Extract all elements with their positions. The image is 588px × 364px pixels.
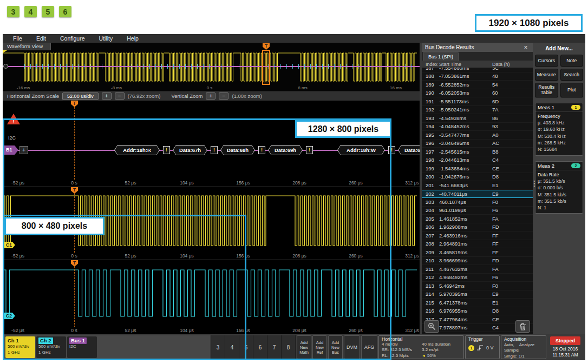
results-title-bar[interactable]: Bus Decode Results × (422, 43, 533, 52)
horizontal-resolution: 3.2 ns/pt (422, 347, 461, 353)
table-row[interactable]: 2156.471378msE1 (422, 299, 533, 307)
results-table-body[interactable]: 187-7.554860ms3C188-7.053861ms48189-6.55… (422, 68, 533, 334)
v-zoom-minus-button[interactable]: − (219, 92, 228, 100)
tab-bus1-spi[interactable]: Bus 1 (SPI) (423, 52, 459, 61)
results-tab-row: Bus 1 (SPI) (422, 52, 533, 61)
table-row[interactable]: 2072.463916msFF (422, 231, 533, 240)
waveform-overview[interactable]: T Waveform View -16 ms-8 ms0 s8 ms16 ms (3, 43, 420, 91)
table-row[interactable]: 198-2.044613msC4 (422, 156, 533, 165)
magnifier-icon (428, 322, 436, 330)
horizontal-title: Horizontal (382, 336, 461, 342)
step-badge-6: 6 (59, 6, 71, 17)
table-row[interactable]: 2135.46942msF0 (422, 282, 533, 290)
table-row[interactable]: 189-6.552852ms54 (422, 81, 533, 89)
v-zoom-label: Vertical Zoom (171, 93, 202, 99)
results-title: Bus Decode Results (425, 44, 474, 50)
v-zoom-factor: (1.00x zoom) (232, 93, 262, 99)
meas2-source-icon: 2 (571, 163, 580, 168)
measure-button[interactable]: Measure (535, 69, 558, 81)
table-row[interactable]: 2082.964891msFF (422, 240, 533, 249)
trigger-title: Trigger (468, 336, 496, 342)
rect-800x480 (3, 215, 246, 360)
table-row[interactable]: 197-2.545615msB8 (422, 148, 533, 156)
table-row[interactable]: 190-6.052053ms60 (422, 89, 533, 98)
table-row[interactable]: 204961.0199μsF6 (422, 207, 533, 215)
delete-results-button[interactable] (515, 320, 530, 333)
meas1-mean: μ: 403.8 kHz (538, 120, 580, 126)
overview-axis: -16 ms-8 ms0 s8 ms16 ms (3, 85, 420, 91)
menu-utility[interactable]: Utility (92, 35, 120, 42)
meas2-count: N: 1 (538, 204, 580, 211)
table-row[interactable]: 2061.962908msFD (422, 223, 533, 232)
menu-file[interactable]: File (6, 35, 29, 42)
table-row[interactable]: 2124.968492msF6 (422, 274, 533, 282)
acquisition-badge[interactable]: Acquisition Auto, Analyze Sample Single:… (501, 335, 546, 359)
table-row[interactable]: 187-7.554860ms3C (422, 68, 533, 72)
table-row[interactable]: 199-1.543684msCE (422, 164, 533, 173)
meas2-name: Data Rate (538, 171, 580, 178)
results-toolbar (424, 320, 530, 333)
menu-help[interactable]: Help (120, 35, 146, 42)
search-button[interactable]: Search (560, 69, 584, 81)
menu-configure[interactable]: Configure (53, 35, 92, 42)
bus-position-marker (3, 64, 8, 69)
menu-bar: File Edit Configure Utility Help (3, 34, 585, 43)
tab-waveform-view[interactable]: Waveform View (3, 43, 51, 50)
results-rows-inner: 187-7.554860ms3C188-7.053861ms48189-6.55… (422, 68, 533, 332)
table-row[interactable]: 196-3.046495msAC (422, 140, 533, 148)
horizontal-duration: 40 ms duration (422, 342, 461, 347)
meas1-min: m: 268.5 kHz (538, 140, 580, 146)
note-button[interactable]: Note (560, 55, 584, 67)
menu-edit[interactable]: Edit (29, 35, 53, 42)
table-row[interactable]: 195-3.547477msA0 (422, 131, 533, 140)
close-icon[interactable]: × (522, 44, 530, 51)
table-row[interactable]: 2093.465819msFF (422, 248, 533, 257)
page: 3 4 5 6 File Edit Configure Utility Help (0, 0, 588, 364)
acquisition-single: Single: 1/1 (504, 354, 543, 359)
meas2-stddev: σ: 0.000 b/s (538, 184, 580, 191)
zoom-window-marker[interactable] (262, 50, 270, 85)
trigger-badge[interactable]: Trigger 1 0 V (465, 335, 500, 359)
meas1-source-icon: 1 (571, 105, 580, 110)
add-new-label: Add New... (535, 45, 583, 51)
table-row[interactable]: 191-5.551173ms6D (422, 97, 533, 106)
step-badge-3: 3 (7, 6, 19, 17)
table-row[interactable]: 192-5.050241ms7A (422, 106, 533, 115)
h-zoom-factor: (76.92x zoom) (128, 93, 161, 99)
table-row[interactable]: 2051.461852msFA (422, 215, 533, 223)
meas2-max: M: 351.5 kb/s (538, 191, 580, 198)
table-row[interactable]: 2145.970395msE9 (422, 290, 533, 299)
right-sidebar: ⋮ Add New... Cursors Note Measure Search… (533, 43, 585, 334)
table-row[interactable]: 188-7.053861ms48 (422, 72, 533, 81)
results-table-button[interactable]: Results Table (535, 83, 558, 97)
table-row[interactable]: 193-4.54938ms86 (422, 114, 533, 123)
zoom-to-row-button[interactable] (424, 320, 439, 333)
h-zoom-scale-value[interactable]: 52.00 us/div (62, 92, 99, 100)
panel-drag-handle[interactable]: ⋮ (531, 179, 538, 188)
table-row[interactable]: 203460.1874μsF0 (422, 198, 533, 207)
table-row[interactable]: 201-541.6683μsE1 (422, 181, 533, 190)
meas2-mean: μ: 351.5 kb/s (538, 178, 580, 184)
h-zoom-plus-button[interactable]: + (102, 92, 112, 100)
stopped-button[interactable]: Stopped (550, 336, 580, 345)
meas2-badge[interactable]: Meas 2 2 Data Rate μ: 351.5 kb/s σ: 0.00… (535, 161, 583, 214)
table-row[interactable]: 2103.966699msFD (422, 257, 533, 266)
table-row[interactable]: 194-4.048452ms93 (422, 123, 533, 131)
table-row[interactable]: 200-1.042676msD8 (422, 173, 533, 182)
plot-button[interactable]: Plot (560, 83, 584, 97)
meas1-max: M: 530.4 kHz (538, 133, 580, 140)
position-icon: ◄ (422, 353, 426, 358)
table-row[interactable]: 2166.976955msD8 (422, 307, 533, 316)
v-zoom-plus-button[interactable]: + (206, 92, 215, 100)
meas1-badge[interactable]: Meas 1 1 Frequency μ: 403.8 kHz σ: 19.60… (535, 103, 583, 156)
table-row[interactable]: 2114.467632msFA (422, 265, 533, 274)
cursors-button[interactable]: Cursors (535, 55, 558, 67)
horizontal-position: 50% (427, 353, 436, 359)
table-row[interactable]: 202-40.74011μsE9 (422, 190, 533, 198)
callout-1280x800: 1280 × 800 pixels (295, 120, 391, 138)
sidebar-buttons: Cursors Note Measure Search Results Tabl… (535, 55, 583, 97)
meas1-name: Frequency (538, 113, 580, 120)
trigger-flag[interactable]: T (263, 43, 270, 50)
h-zoom-scale-label: Horizontal Zoom Scale (7, 93, 59, 99)
h-zoom-minus-button[interactable]: − (115, 92, 125, 100)
